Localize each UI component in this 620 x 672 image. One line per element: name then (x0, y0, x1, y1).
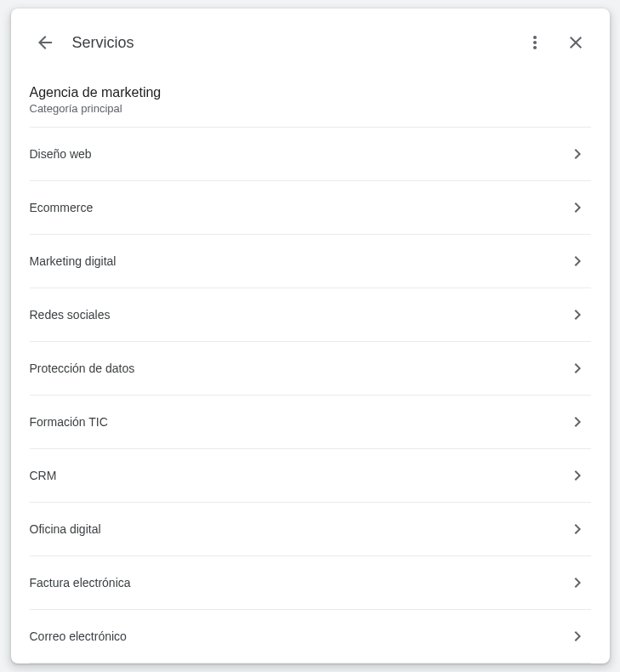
chevron-right-icon (567, 519, 588, 539)
chevron-right-icon (567, 626, 588, 646)
dialog-title: Servicios (72, 34, 511, 52)
chevron-right-icon (567, 144, 588, 164)
back-button[interactable] (28, 26, 62, 60)
service-label: CRM (30, 469, 57, 482)
service-label: Factura electrónica (30, 576, 131, 589)
chevron-right-icon (567, 412, 588, 432)
chevron-right-icon (567, 197, 588, 218)
service-label: Marketing digital (30, 254, 117, 268)
service-item[interactable]: Ecommerce (30, 181, 591, 235)
service-label: Redes sociales (30, 308, 111, 322)
service-label: Ecommerce (30, 201, 94, 214)
dialog-header: Servicios (11, 9, 610, 70)
chevron-right-icon (567, 358, 588, 379)
service-item[interactable]: Correo electrónico (30, 610, 591, 663)
service-label: Diseño web (30, 147, 92, 161)
chevron-right-icon (567, 465, 588, 486)
service-item[interactable]: Marketing digital (30, 235, 591, 288)
more-options-button[interactable] (518, 26, 552, 60)
chevron-right-icon (567, 305, 588, 325)
service-item[interactable]: Protección de datos (30, 342, 591, 396)
service-item[interactable]: Diseño web (30, 128, 591, 181)
services-list: Diseño webEcommerceMarketing digitalRede… (30, 128, 591, 663)
services-dialog: Servicios Agencia de marketing Categoría… (11, 9, 610, 663)
service-item[interactable]: Formación TIC (30, 396, 591, 449)
service-item[interactable]: CRM (30, 449, 591, 503)
chevron-right-icon (567, 572, 588, 593)
chevron-right-icon (567, 251, 588, 271)
close-icon (566, 32, 586, 53)
dialog-content[interactable]: Agencia de marketing Categoría principal… (11, 70, 610, 663)
service-item[interactable]: Redes sociales (30, 288, 591, 342)
close-button[interactable] (559, 26, 593, 60)
service-item[interactable]: Factura electrónica (30, 556, 591, 610)
service-label: Oficina digital (30, 522, 101, 536)
category-subtitle: Categoría principal (30, 102, 591, 115)
arrow-left-icon (35, 32, 55, 53)
service-label: Correo electrónico (30, 629, 127, 643)
category-title: Agencia de marketing (30, 85, 591, 100)
service-label: Formación TIC (30, 415, 108, 429)
more-vert-icon (525, 32, 545, 53)
category-header: Agencia de marketing Categoría principal (30, 70, 591, 128)
service-label: Protección de datos (30, 362, 135, 375)
service-item[interactable]: Oficina digital (30, 503, 591, 556)
